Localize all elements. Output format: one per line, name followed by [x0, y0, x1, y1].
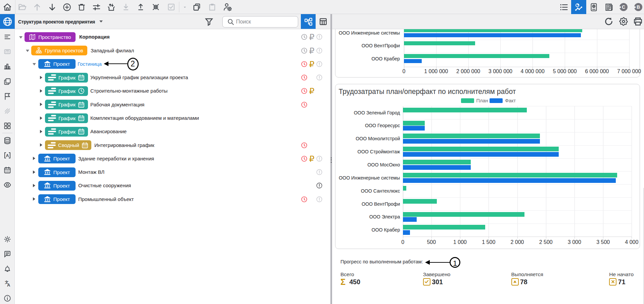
svg-text:C: C — [622, 4, 625, 10]
svg-text:B: B — [637, 4, 640, 10]
svg-text:A: A — [7, 283, 10, 288]
svg-text:A: A — [6, 153, 9, 158]
